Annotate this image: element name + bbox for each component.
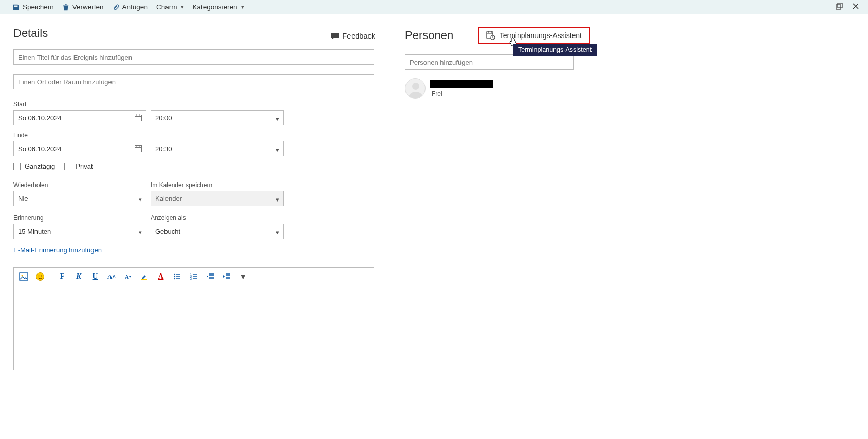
discard-button[interactable]: Verwerfen bbox=[58, 1, 108, 13]
repeat-label: Wiederholen bbox=[13, 181, 146, 189]
people-column: Personen Terminplanungs-Assistent Termin… bbox=[405, 27, 652, 370]
title-input[interactable] bbox=[13, 49, 374, 65]
allday-checkbox[interactable]: Ganztägig bbox=[13, 162, 55, 170]
people-heading: Personen bbox=[405, 29, 453, 42]
paperclip-icon bbox=[112, 4, 119, 11]
popout-icon bbox=[835, 2, 843, 12]
more-formatting-button[interactable]: ▾ bbox=[237, 271, 249, 282]
end-time-value: 20:30 bbox=[155, 145, 172, 153]
popout-button[interactable] bbox=[831, 0, 847, 14]
svg-point-10 bbox=[174, 273, 175, 275]
private-label: Privat bbox=[76, 162, 93, 170]
start-date-input[interactable]: So 06.10.2024 bbox=[13, 110, 146, 125]
save-label: Speichern bbox=[23, 3, 54, 11]
start-date-value: So 06.10.2024 bbox=[18, 114, 62, 122]
show-as-select[interactable]: Gebucht ▾ bbox=[151, 224, 284, 239]
chevron-down-icon: ▾ bbox=[276, 116, 279, 122]
show-as-value: Gebucht bbox=[155, 228, 180, 235]
svg-rect-9 bbox=[141, 279, 147, 280]
categorize-label: Kategorisieren bbox=[192, 3, 237, 11]
svg-point-12 bbox=[174, 278, 175, 279]
svg-rect-4 bbox=[20, 273, 28, 280]
svg-rect-3 bbox=[135, 146, 142, 152]
attendee-status: Frei bbox=[432, 90, 493, 97]
save-in-label: Im Kalender speichern bbox=[151, 181, 284, 189]
font-size-up-button[interactable]: AA bbox=[106, 271, 117, 282]
end-date-input[interactable]: So 06.10.2024 bbox=[13, 141, 146, 156]
reminder-value: 15 Minuten bbox=[18, 228, 51, 235]
svg-rect-1 bbox=[838, 3, 842, 8]
outdent-button[interactable] bbox=[205, 271, 216, 282]
end-time-select[interactable]: 20:30 ▾ bbox=[151, 141, 284, 156]
toolbar: Speichern Verwerfen Anfügen Charm ▾ Kate… bbox=[0, 0, 868, 14]
highlight-button[interactable] bbox=[139, 271, 150, 282]
calendar-select[interactable]: Kalender ▾ bbox=[151, 191, 284, 206]
feedback-icon bbox=[331, 32, 339, 40]
location-input[interactable] bbox=[13, 74, 374, 89]
reminder-label: Erinnerung bbox=[13, 214, 146, 222]
scheduling-assistant-button[interactable]: Terminplanungs-Assistent bbox=[478, 27, 590, 44]
chevron-down-icon: ▾ bbox=[276, 229, 279, 236]
feedback-button[interactable]: Feedback bbox=[331, 32, 375, 40]
repeat-value: Nie bbox=[18, 195, 28, 203]
insert-image-icon[interactable] bbox=[18, 271, 29, 282]
svg-point-5 bbox=[22, 275, 23, 276]
details-heading: Details bbox=[13, 27, 48, 40]
italic-button[interactable]: K bbox=[73, 271, 84, 282]
calendar-icon bbox=[134, 114, 142, 122]
categorize-button[interactable]: Kategorisieren ▾ bbox=[188, 1, 248, 13]
details-column: Details Feedback Start So 06.10.2024 20:… bbox=[13, 27, 382, 370]
allday-label: Ganztägig bbox=[25, 162, 55, 170]
reminder-select[interactable]: 15 Minuten ▾ bbox=[13, 224, 146, 239]
svg-point-18 bbox=[412, 83, 419, 90]
svg-rect-2 bbox=[135, 115, 142, 121]
svg-point-6 bbox=[36, 272, 44, 280]
number-list-button[interactable]: 123 bbox=[188, 271, 199, 282]
editor-body[interactable] bbox=[14, 285, 374, 370]
end-label: Ende bbox=[13, 132, 382, 139]
svg-point-8 bbox=[41, 275, 42, 276]
repeat-select[interactable]: Nie ▾ bbox=[13, 191, 146, 206]
editor: F K U AA A▾ A 123 ▾ bbox=[13, 267, 374, 370]
indent-button[interactable] bbox=[221, 271, 232, 282]
charm-button[interactable]: Charm ▾ bbox=[152, 1, 189, 13]
svg-text:3: 3 bbox=[190, 277, 192, 280]
close-icon bbox=[852, 2, 860, 12]
email-reminder-link[interactable]: E-Mail-Erinnerung hinzufügen bbox=[13, 246, 382, 254]
bold-button[interactable]: F bbox=[57, 271, 68, 282]
calendar-icon bbox=[134, 144, 142, 153]
chevron-down-icon: ▾ bbox=[276, 196, 279, 203]
calendar-value: Kalender bbox=[155, 195, 182, 203]
font-color-button[interactable]: A bbox=[155, 271, 167, 282]
discard-label: Verwerfen bbox=[72, 3, 104, 11]
add-people-input[interactable] bbox=[405, 54, 574, 70]
svg-point-7 bbox=[39, 275, 40, 276]
end-date-value: So 06.10.2024 bbox=[18, 145, 62, 153]
private-checkbox[interactable]: Privat bbox=[64, 162, 93, 170]
chevron-down-icon: ▾ bbox=[139, 229, 142, 236]
chevron-down-icon: ▾ bbox=[241, 4, 244, 10]
close-button[interactable] bbox=[847, 0, 864, 14]
attendee-row: Frei bbox=[405, 78, 590, 99]
feedback-label: Feedback bbox=[342, 32, 375, 40]
emoji-icon[interactable] bbox=[34, 271, 46, 282]
content: Details Feedback Start So 06.10.2024 20:… bbox=[0, 14, 868, 382]
attach-button[interactable]: Anfügen bbox=[108, 1, 152, 13]
scheduling-assistant-tooltip: Terminplanungs-Assistent bbox=[513, 44, 597, 56]
chevron-down-icon: ▾ bbox=[181, 4, 184, 10]
underline-button[interactable]: U bbox=[89, 271, 101, 282]
checkbox-box bbox=[64, 163, 71, 170]
start-label: Start bbox=[13, 101, 382, 108]
bullet-list-button[interactable] bbox=[172, 271, 183, 282]
checkbox-box bbox=[13, 163, 21, 170]
save-button[interactable]: Speichern bbox=[8, 1, 58, 13]
svg-rect-0 bbox=[836, 5, 841, 9]
chevron-down-icon: ▾ bbox=[276, 147, 279, 153]
start-time-select[interactable]: 20:00 ▾ bbox=[151, 110, 284, 125]
attendee-name-redacted bbox=[430, 80, 493, 88]
svg-point-11 bbox=[174, 276, 175, 277]
show-as-label: Anzeigen als bbox=[151, 214, 284, 222]
avatar bbox=[405, 78, 426, 99]
font-size-down-button[interactable]: A▾ bbox=[122, 271, 134, 282]
start-time-value: 20:00 bbox=[155, 114, 172, 122]
